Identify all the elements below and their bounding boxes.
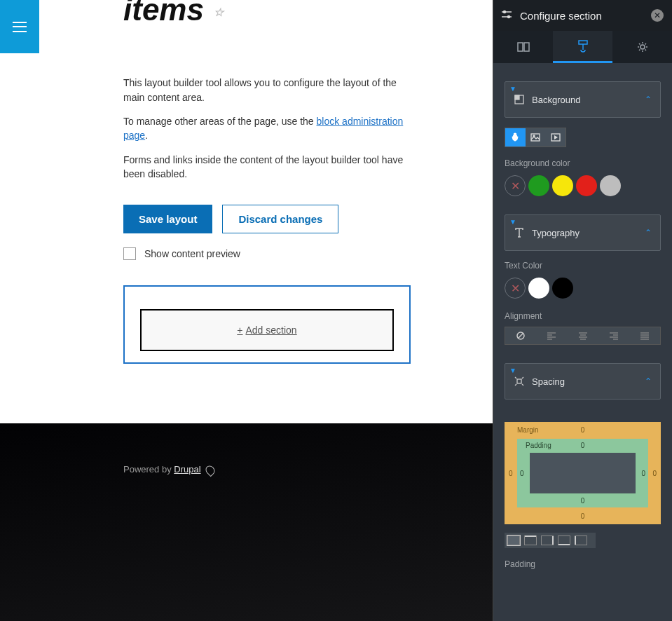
chevron-up-icon: ⌃ <box>645 95 652 104</box>
background-title: Background <box>532 95 580 105</box>
tab-settings[interactable] <box>612 31 672 63</box>
svg-line-15 <box>518 333 523 339</box>
side-bottom[interactable] <box>558 535 570 545</box>
svg-point-3 <box>508 15 510 18</box>
layout-region[interactable]: + Add section <box>123 285 411 364</box>
discard-changes-button[interactable]: Discard changes <box>222 205 338 233</box>
align-right[interactable] <box>598 327 629 344</box>
side-all[interactable] <box>507 535 520 545</box>
tab-layout[interactable] <box>493 31 553 63</box>
side-top[interactable] <box>524 535 537 545</box>
chevron-up-icon: ⌃ <box>645 228 652 238</box>
side-left[interactable] <box>575 535 587 545</box>
configure-section-panel: Configure section ✕ ▼ Background ⌃ <box>493 0 672 621</box>
bg-color-swatches: ✕ <box>505 175 661 196</box>
intro-block: This layout builder tool allows you to c… <box>123 76 411 181</box>
svg-rect-10 <box>515 95 519 100</box>
drupal-link[interactable]: Drupal <box>174 464 200 475</box>
bg-type-selector <box>505 128 566 147</box>
side-right[interactable] <box>541 535 554 545</box>
hamburger-icon <box>13 22 27 32</box>
bg-color-label: Background color <box>505 158 661 168</box>
bg-type-color[interactable] <box>505 128 526 146</box>
spacing-body: Margin 0 0 0 0 Padding 0 0 0 0 <box>505 400 661 569</box>
panel-tabs <box>493 31 672 63</box>
intro-p1: This layout builder tool allows you to c… <box>123 76 411 104</box>
align-left[interactable] <box>536 327 567 344</box>
bg-type-video[interactable] <box>545 128 565 146</box>
align-none[interactable] <box>505 327 536 344</box>
swatch-none[interactable]: ✕ <box>505 278 526 299</box>
hamburger-menu[interactable] <box>0 0 39 53</box>
spacing-icon <box>514 376 525 387</box>
drupal-logo-icon <box>204 463 217 476</box>
toggle-arrow-icon: ▼ <box>509 367 516 374</box>
bg-type-image[interactable] <box>526 128 546 146</box>
tab-style[interactable] <box>553 31 612 63</box>
svg-line-34 <box>522 377 523 378</box>
svg-rect-4 <box>518 43 523 51</box>
show-preview-label: Show content preview <box>144 248 240 259</box>
panel-body: ▼ Background ⌃ Background color ✕ <box>493 63 672 621</box>
padding-box[interactable]: Padding 0 0 0 0 <box>517 439 648 507</box>
toggle-arrow-icon: ▼ <box>509 85 516 93</box>
toggle-arrow-icon: ▼ <box>509 218 516 226</box>
padding-section-label: Padding <box>505 559 661 569</box>
show-preview-checkbox[interactable] <box>123 247 136 260</box>
intro-p3: Forms and links inside the content of th… <box>123 153 411 182</box>
swatch-none[interactable]: ✕ <box>505 175 526 196</box>
typography-icon <box>514 227 525 238</box>
footer: Powered by Drupal <box>0 423 493 621</box>
intro-p2: To manage other areas of the page, use t… <box>123 114 411 143</box>
favorite-star-icon[interactable]: ☆ <box>214 6 224 19</box>
save-layout-button[interactable]: Save layout <box>123 205 212 233</box>
swatch-green[interactable] <box>528 175 549 196</box>
align-justify[interactable] <box>629 327 660 344</box>
spacing-section-header[interactable]: ▼ Spacing ⌃ <box>505 363 661 400</box>
swatch-black[interactable] <box>552 278 573 299</box>
swatch-yellow[interactable] <box>552 175 573 196</box>
svg-rect-5 <box>524 43 529 51</box>
svg-point-8 <box>640 45 645 49</box>
action-buttons: Save layout Discard changes <box>123 205 493 233</box>
swatch-red[interactable] <box>576 175 597 196</box>
typography-body: Text Color ✕ Alignment <box>505 251 661 345</box>
panel-header: Configure section ✕ <box>493 0 672 31</box>
svg-rect-11 <box>531 134 540 141</box>
main-content: items ☆ This layout builder tool allows … <box>39 0 493 423</box>
close-icon[interactable]: ✕ <box>651 9 664 22</box>
spacing-title: Spacing <box>532 376 565 387</box>
alignment-label: Alignment <box>505 311 661 321</box>
svg-rect-32 <box>517 379 521 383</box>
background-section-header[interactable]: ▼ Background ⌃ <box>505 81 661 118</box>
show-preview-row: Show content preview <box>123 247 493 260</box>
background-icon <box>514 94 525 105</box>
background-body: Background color ✕ <box>505 118 661 196</box>
page-title: items ☆ <box>123 0 493 27</box>
text-color-swatches: ✕ <box>505 278 661 299</box>
svg-point-2 <box>504 11 506 13</box>
sliders-icon <box>502 10 512 22</box>
typography-section-header[interactable]: ▼ Typography ⌃ <box>505 214 661 251</box>
add-section-link[interactable]: + Add section <box>237 325 296 336</box>
chevron-up-icon: ⌃ <box>645 376 652 386</box>
add-section-slot[interactable]: + Add section <box>140 309 394 351</box>
typography-title: Typography <box>532 228 580 238</box>
align-center[interactable] <box>567 327 598 344</box>
alignment-selector <box>505 327 661 345</box>
plus-icon: + <box>237 325 242 336</box>
content-box <box>530 453 636 493</box>
text-color-label: Text Color <box>505 261 661 271</box>
svg-line-36 <box>522 384 523 385</box>
svg-rect-6 <box>579 41 587 44</box>
panel-title: Configure section <box>520 10 602 22</box>
box-model[interactable]: Margin 0 0 0 0 Padding 0 0 0 0 <box>505 422 661 524</box>
side-selector <box>505 533 596 548</box>
svg-line-35 <box>515 384 516 385</box>
svg-line-33 <box>515 377 516 378</box>
swatch-white[interactable] <box>528 278 549 299</box>
swatch-grey[interactable] <box>600 175 621 196</box>
